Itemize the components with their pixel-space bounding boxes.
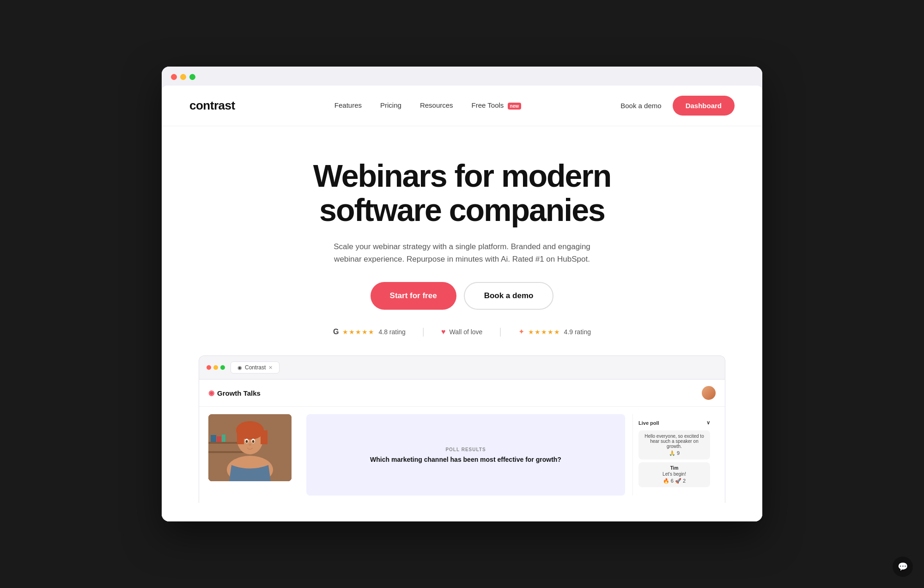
- app-tab-label: Contrast: [245, 364, 266, 371]
- start-free-button[interactable]: Start for free: [371, 282, 456, 310]
- dot-red[interactable]: [171, 74, 177, 80]
- svg-rect-9: [237, 430, 244, 444]
- app-preview: ◉ Contrast ✕ ◉ Growth Talks: [199, 355, 725, 503]
- logo: contrast: [189, 98, 235, 113]
- g2-rating-text: 4.8 rating: [378, 328, 405, 336]
- user-avatar: [702, 386, 716, 400]
- browser-content: contrast Features Pricing Resources Free…: [162, 86, 762, 522]
- chat-message-1-text: Hello everyone, so excited to hear such …: [644, 434, 704, 449]
- svg-point-13: [246, 440, 248, 443]
- wall-of-love-label: Wall of love: [450, 328, 483, 336]
- g2-icon: G: [333, 328, 339, 336]
- svg-rect-5: [217, 436, 221, 442]
- app-tab[interactable]: ◉ Contrast ✕: [231, 361, 280, 374]
- book-demo-link[interactable]: Book a demo: [620, 102, 661, 110]
- app-window-dots: [207, 365, 225, 370]
- chat-message-2-text: Let's begin!: [663, 472, 686, 477]
- poll-label: POLL RESULTS: [445, 447, 486, 452]
- new-badge: new: [508, 103, 521, 110]
- nav-link-features[interactable]: Features: [334, 101, 362, 109]
- chat-widget-icon: 💬: [898, 562, 908, 572]
- chat-message-2-emoji: 🔥 6 🚀 2: [643, 478, 706, 484]
- hubspot-stars: ★★★★★: [528, 328, 560, 336]
- hubspot-rating-text: 4.9 rating: [564, 328, 591, 336]
- app-tab-close-icon[interactable]: ✕: [268, 365, 273, 371]
- nav-item-pricing[interactable]: Pricing: [380, 101, 401, 110]
- live-poll-label: Live poll: [638, 420, 659, 426]
- hero-headline: Webinars for modern software companies: [300, 159, 624, 228]
- nav-right: Book a demo Dashboard: [620, 96, 735, 116]
- chat-header: Live poll ∨: [638, 420, 710, 426]
- svg-point-14: [252, 440, 255, 443]
- proof-divider-2: |: [499, 326, 501, 337]
- dot-yellow[interactable]: [180, 74, 186, 80]
- app-title-row: ◉ Growth Talks: [199, 380, 725, 407]
- app-title-text: Growth Talks: [217, 389, 261, 397]
- nav-link-free-tools[interactable]: Free Tools new: [472, 101, 521, 109]
- chevron-down-icon: ∨: [706, 420, 710, 426]
- app-dot-green: [220, 365, 225, 370]
- app-dot-yellow: [213, 365, 218, 370]
- app-content-row: POLL RESULTS Which marketing channel has…: [199, 407, 725, 503]
- hero-section: Webinars for modern software companies S…: [162, 126, 762, 522]
- social-proof: G ★★★★★ 4.8 rating | ♥ Wall of love | ✦ …: [180, 326, 744, 337]
- app-dot-red: [207, 365, 211, 370]
- svg-rect-10: [261, 430, 267, 444]
- nav-item-free-tools[interactable]: Free Tools new: [472, 101, 521, 110]
- nav-link-pricing[interactable]: Pricing: [380, 101, 401, 109]
- svg-point-15: [249, 444, 251, 446]
- browser-window: contrast Features Pricing Resources Free…: [162, 67, 762, 522]
- nav-link-resources[interactable]: Resources: [420, 101, 453, 109]
- hubspot-rating: ✦ ★★★★★ 4.9 rating: [518, 327, 591, 336]
- navbar: contrast Features Pricing Resources Free…: [162, 86, 762, 126]
- browser-dots: [171, 74, 753, 80]
- nav-links: Features Pricing Resources Free Tools ne…: [334, 101, 521, 110]
- proof-divider-1: |: [422, 326, 425, 337]
- app-chrome-bar: ◉ Contrast ✕: [199, 356, 725, 380]
- poll-area: POLL RESULTS Which marketing channel has…: [306, 414, 625, 496]
- dashboard-button[interactable]: Dashboard: [673, 96, 735, 116]
- g2-stars: ★★★★★: [342, 328, 375, 336]
- chat-message-1-emoji: 🙏 9: [643, 450, 706, 456]
- svg-rect-6: [222, 435, 225, 442]
- dot-green[interactable]: [189, 74, 195, 80]
- video-thumbnail: [208, 414, 292, 481]
- person-illustration: [208, 414, 292, 481]
- browser-chrome: [162, 67, 762, 80]
- hero-subtext: Scale your webinar strategy with a singl…: [333, 240, 591, 265]
- app-tab-icon: ◉: [237, 365, 242, 371]
- chat-sidebar: Live poll ∨ Hello everyone, so excited t…: [632, 414, 716, 496]
- poll-question: Which marketing channel has been most ef…: [370, 456, 561, 463]
- hero-buttons: Start for free Book a demo: [180, 282, 744, 310]
- hero-headline-line1: Webinars for modern: [313, 158, 611, 193]
- heart-icon: ♥: [441, 328, 446, 336]
- g2-rating: G ★★★★★ 4.8 rating: [333, 328, 406, 336]
- hubspot-icon: ✦: [518, 327, 524, 336]
- app-logo-icon: ◉: [208, 389, 214, 397]
- svg-rect-4: [211, 435, 216, 442]
- chat-message-1: Hello everyone, so excited to hear such …: [638, 430, 710, 459]
- nav-item-features[interactable]: Features: [334, 101, 362, 110]
- app-title: ◉ Growth Talks: [208, 389, 261, 397]
- wall-of-love: ♥ Wall of love: [441, 328, 482, 336]
- book-demo-button[interactable]: Book a demo: [464, 282, 554, 310]
- person-silhouette: [208, 414, 292, 481]
- chat-message-2: Tim Let's begin! 🔥 6 🚀 2: [638, 462, 710, 487]
- chat-message-2-name: Tim: [643, 466, 706, 471]
- nav-item-resources[interactable]: Resources: [420, 101, 453, 110]
- chat-widget-button[interactable]: 💬: [893, 557, 913, 577]
- hero-headline-line2: software companies: [319, 192, 605, 227]
- svg-rect-3: [208, 451, 245, 453]
